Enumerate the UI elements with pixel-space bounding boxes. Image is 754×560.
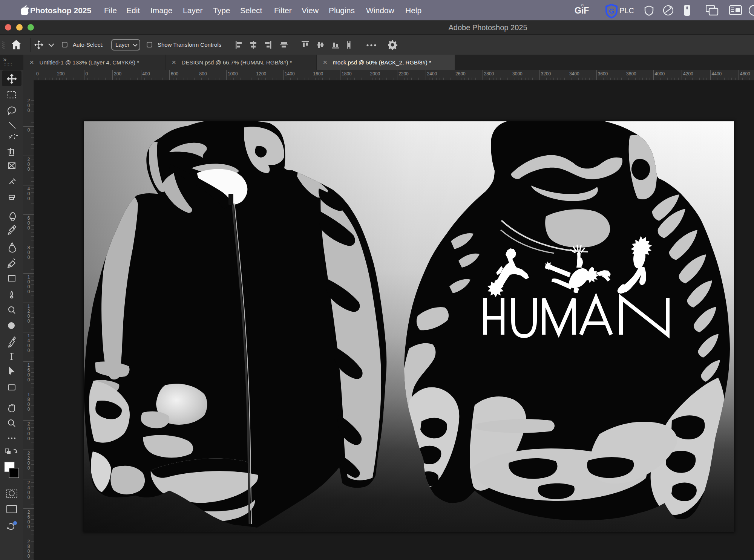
svg-text:G: G bbox=[609, 8, 614, 15]
